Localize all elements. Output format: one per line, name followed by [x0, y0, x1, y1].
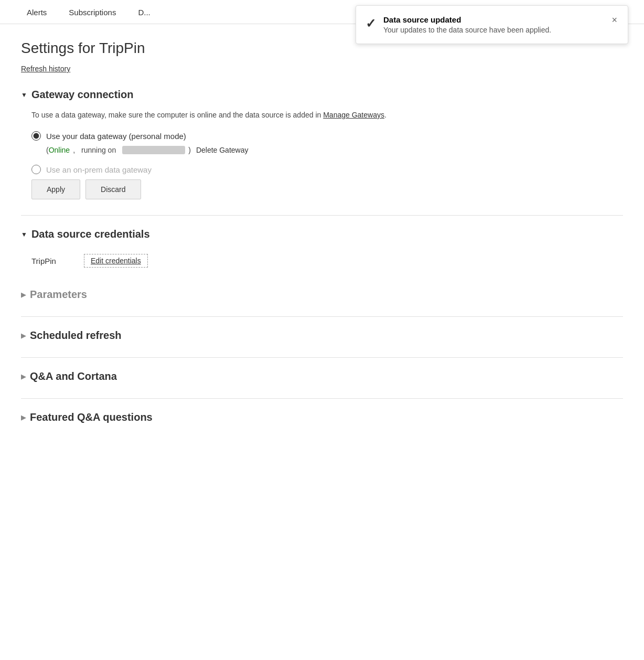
refresh-history-link[interactable]: Refresh history: [21, 65, 70, 73]
radio-onprem-mode: Use an on-prem data gateway: [31, 165, 623, 174]
featured-qa-heading: Featured Q&A questions: [30, 411, 153, 423]
divider-3: [21, 357, 623, 358]
radio-personal-mode: Use your data gateway (personal mode): [31, 131, 623, 141]
radio-onprem-mode-label: Use an on-prem data gateway: [46, 165, 152, 174]
gateway-description: To use a data gateway, make sure the com…: [31, 109, 503, 121]
toast-close-button[interactable]: ×: [611, 15, 617, 25]
qa-cortana-heading: Q&A and Cortana: [30, 370, 117, 382]
credentials-section: ▼ Data source credentials TripPin Edit c…: [21, 228, 623, 273]
main-content: Settings for TripPin Refresh history ▼ G…: [0, 24, 644, 455]
gateway-collapse-triangle: ▼: [21, 91, 27, 99]
scheduled-refresh-triangle: ▶: [21, 332, 26, 339]
credentials-source-name: TripPin: [31, 257, 73, 265]
toast-content: Data source updated Your updates to the …: [383, 15, 606, 34]
gateway-section-header[interactable]: ▼ Gateway connection: [21, 89, 623, 101]
qa-cortana-section-header[interactable]: ▶ Q&A and Cortana: [21, 370, 623, 382]
parameters-section: ▶ Parameters: [21, 289, 623, 301]
parameters-section-header[interactable]: ▶ Parameters: [21, 289, 623, 301]
divider-4: [21, 398, 623, 399]
status-online-text: Online: [49, 146, 70, 154]
delete-gateway-link[interactable]: Delete Gateway: [196, 146, 249, 154]
gateway-button-group: Apply Discard: [31, 179, 623, 199]
gateway-connection-section: ▼ Gateway connection To use a data gatew…: [21, 89, 623, 199]
parameters-collapse-triangle: ▶: [21, 291, 26, 299]
featured-qa-triangle: ▶: [21, 414, 26, 421]
qa-cortana-triangle: ▶: [21, 373, 26, 380]
gateway-section-body: To use a data gateway, make sure the com…: [21, 109, 623, 199]
radio-personal-mode-label: Use your data gateway (personal mode): [46, 132, 186, 141]
gateway-section-heading: Gateway connection: [31, 89, 134, 101]
toast-notification: ✓ Data source updated Your updates to th…: [356, 5, 628, 44]
scheduled-refresh-heading: Scheduled refresh: [30, 329, 122, 342]
credentials-section-header[interactable]: ▼ Data source credentials: [21, 228, 623, 240]
tab-subscriptions[interactable]: Subscriptions: [58, 0, 127, 24]
credentials-row: TripPin Edit credentials: [31, 249, 623, 273]
toast-message: Your updates to the data source have bee…: [383, 26, 606, 34]
credentials-section-body: TripPin Edit credentials: [21, 249, 623, 273]
machine-name-blurred: [122, 146, 185, 154]
qa-cortana-section: ▶ Q&A and Cortana: [21, 370, 623, 382]
manage-gateways-link[interactable]: Manage Gateways: [323, 111, 384, 119]
tab-d[interactable]: D...: [127, 0, 161, 24]
close-paren2: ): [188, 146, 191, 154]
divider-1: [21, 215, 623, 216]
radio-personal-mode-input[interactable]: [31, 131, 41, 141]
radio-onprem-mode-input[interactable]: [31, 165, 41, 174]
featured-qa-section: ▶ Featured Q&A questions: [21, 411, 623, 423]
toast-title: Data source updated: [383, 15, 606, 24]
status-separator: ,: [73, 146, 75, 154]
edit-credentials-link[interactable]: Edit credentials: [84, 254, 148, 268]
scheduled-refresh-section-header[interactable]: ▶ Scheduled refresh: [21, 329, 623, 342]
running-on-label: running on: [81, 146, 116, 154]
featured-qa-section-header[interactable]: ▶ Featured Q&A questions: [21, 411, 623, 423]
credentials-section-heading: Data source credentials: [31, 228, 150, 240]
checkmark-icon: ✓: [366, 16, 376, 31]
tab-alerts[interactable]: Alerts: [16, 0, 58, 24]
divider-2: [21, 316, 623, 317]
parameters-section-heading: Parameters: [30, 289, 87, 301]
credentials-collapse-triangle: ▼: [21, 231, 27, 238]
gateway-status-line: ( Online , running on ) Delete Gateway: [46, 146, 623, 154]
scheduled-refresh-section: ▶ Scheduled refresh: [21, 329, 623, 342]
discard-button[interactable]: Discard: [85, 179, 141, 199]
apply-button[interactable]: Apply: [31, 179, 80, 199]
